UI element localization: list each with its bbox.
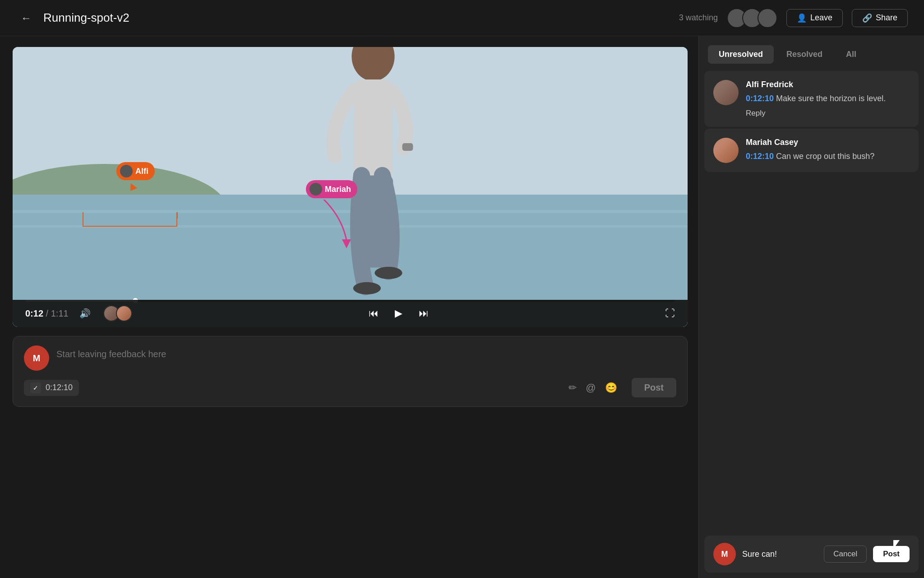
reply-cancel-button[interactable]: Cancel — [824, 545, 867, 563]
feedback-bottom-row: ✓ 0:12:10 ✏ @ 😊 Post — [24, 378, 676, 397]
header: ← Running-spot-v2 3 watching 👤 Leave 🔗 S… — [0, 0, 924, 36]
svg-marker-12 — [342, 239, 351, 248]
comment-card-2: Mariah Casey 0:12:10 Can we crop out thi… — [704, 129, 919, 172]
comment-author-mariah: Mariah Casey — [746, 138, 910, 147]
annotation-mariah-avatar — [310, 183, 322, 196]
annotation-bracket — [83, 219, 177, 227]
annotation-alfi-label: Alfi — [135, 167, 148, 176]
time-display: 0:12 / 1:11 — [25, 308, 70, 319]
feedback-input[interactable] — [56, 345, 676, 363]
comment-avatar-mariah — [713, 138, 739, 163]
annotation-alfi-avatar — [120, 165, 133, 177]
time-separator: / — [46, 308, 51, 318]
mention-button[interactable]: @ — [586, 382, 596, 394]
leave-button[interactable]: 👤 Leave — [786, 9, 843, 27]
video-player[interactable]: Alfi Mariah — [13, 47, 688, 327]
comment-body-mariah: Mariah Casey 0:12:10 Can we crop out thi… — [746, 138, 910, 163]
watchers-avatars — [727, 8, 777, 28]
share-label: Share — [876, 13, 897, 23]
back-icon: ← — [21, 12, 32, 24]
share-icon: 🔗 — [862, 13, 872, 23]
volume-icon[interactable]: 🔊 — [79, 308, 91, 319]
comment-body-alfi: Alfi Fredrick 0:12:10 Make sure the hori… — [746, 80, 910, 118]
video-controls: 0:12 / 1:11 🔊 ⏮ ▶ ⏭ ⛶ — [13, 300, 688, 327]
timestamp-toggle[interactable]: ✓ 0:12:10 — [24, 380, 79, 396]
leave-label: Leave — [810, 13, 832, 23]
tab-resolved[interactable]: Resolved — [776, 45, 833, 64]
video-frame: Alfi Mariah — [13, 47, 688, 327]
comment-card-1: Alfi Fredrick 0:12:10 Make sure the hori… — [704, 71, 919, 127]
svg-point-9 — [353, 282, 381, 294]
share-button[interactable]: 🔗 Share — [852, 9, 908, 27]
feedback-icon-row: ✏ @ 😊 — [86, 382, 624, 394]
play-button[interactable]: ▶ — [391, 306, 406, 321]
feedback-input-row: M — [24, 345, 676, 371]
svg-rect-11 — [402, 143, 413, 151]
annotation-mariah[interactable]: Mariah — [306, 180, 357, 198]
comments-list: Alfi Fredrick 0:12:10 Make sure the hori… — [699, 64, 924, 536]
comment-text-alfi: 0:12:10 Make sure the horizon is level. — [746, 93, 910, 104]
reply-post-button[interactable]: Post — [873, 546, 910, 562]
feedback-user-avatar: M — [24, 345, 49, 371]
reply-user-avatar: M — [713, 543, 736, 565]
comment-timestamp-mariah: 0:12:10 — [746, 152, 774, 161]
pen-button[interactable]: ✏ — [568, 382, 577, 394]
reply-button-alfi[interactable]: Reply — [746, 109, 765, 118]
svg-point-10 — [374, 267, 402, 279]
comment-avatar-alfi — [713, 80, 739, 105]
tab-unresolved[interactable]: Unresolved — [708, 45, 774, 64]
header-right: 3 watching 👤 Leave 🔗 Share — [679, 8, 908, 28]
leave-icon: 👤 — [797, 13, 807, 23]
tab-all[interactable]: All — [835, 45, 867, 64]
rewind-button[interactable]: ⏮ — [365, 306, 382, 321]
reply-area: M Sure can! Cancel Post — [704, 536, 919, 573]
feedback-post-button[interactable]: Post — [632, 378, 676, 397]
mariah-arrow — [319, 200, 356, 249]
page-title: Running-spot-v2 — [43, 11, 679, 25]
comment-message-alfi: Make sure the horizon is level. — [776, 94, 886, 103]
watching-label: 3 watching — [679, 13, 718, 23]
comment-timestamp-alfi: 0:12:10 — [746, 94, 774, 103]
forward-button[interactable]: ⏭ — [415, 306, 432, 321]
left-panel: Alfi Mariah — [0, 36, 698, 578]
comment-tabs: Unresolved Resolved All — [699, 36, 924, 64]
timestamp-checkbox[interactable]: ✓ — [30, 382, 41, 393]
fullscreen-button[interactable]: ⛶ — [665, 308, 675, 319]
comment-author-alfi: Alfi Fredrick — [746, 80, 910, 89]
main-content: Alfi Mariah — [0, 36, 924, 578]
right-panel: Unresolved Resolved All Alfi Fredrick 0:… — [698, 36, 924, 578]
viewer-avatar-2 — [116, 305, 132, 322]
annotation-mariah-label: Mariah — [325, 185, 351, 194]
viewer-avatars — [103, 305, 132, 322]
timestamp-value: 0:12:10 — [46, 383, 73, 392]
total-time: 1:11 — [51, 308, 69, 318]
annotation-alfi[interactable]: Alfi — [116, 162, 155, 180]
comment-text-mariah: 0:12:10 Can we crop out this bush? — [746, 151, 910, 162]
emoji-button[interactable]: 😊 — [605, 382, 617, 394]
back-button[interactable]: ← — [16, 8, 36, 28]
comment-message-mariah: Can we crop out this bush? — [776, 152, 874, 161]
checkmark-icon: ✓ — [33, 384, 38, 392]
reply-text-content: Sure can! — [742, 550, 818, 559]
watcher-avatar-3 — [758, 8, 777, 28]
feedback-box: M ✓ 0:12:10 ✏ @ 😊 Post — [13, 336, 688, 407]
